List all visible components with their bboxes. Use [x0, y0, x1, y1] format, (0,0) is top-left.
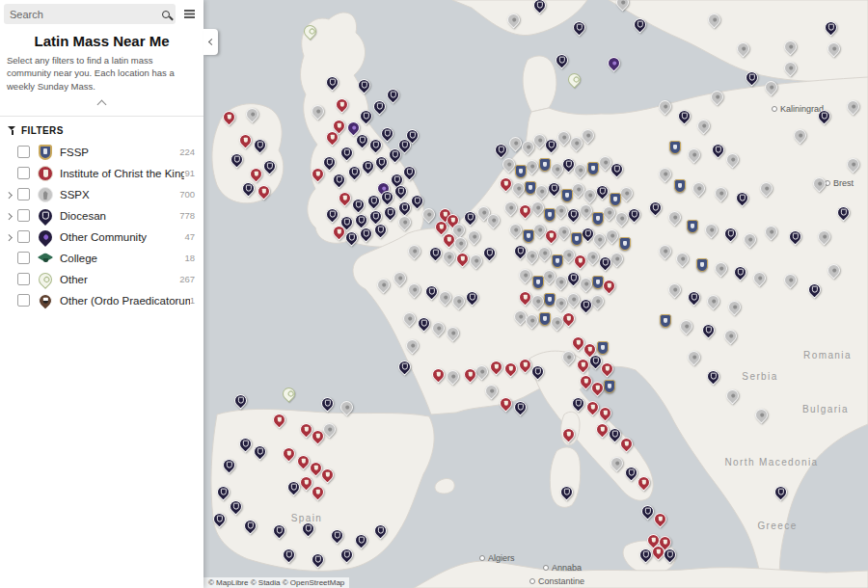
- sspx-map-pin[interactable]: [781, 38, 799, 55]
- filter-row-other-community[interactable]: Other Community 47: [0, 227, 203, 248]
- diocesan-map-pin[interactable]: [557, 483, 575, 500]
- icksp-map-pin[interactable]: [309, 165, 326, 182]
- filter-row-fssp[interactable]: FSSP 224: [0, 142, 203, 163]
- sspx-map-pin[interactable]: [734, 40, 751, 57]
- diocesan-map-pin[interactable]: [352, 531, 369, 548]
- sspx-map-pin[interactable]: [723, 387, 741, 404]
- diocesan-map-pin[interactable]: [704, 367, 721, 385]
- filter-row-institute-of-christ-the-king[interactable]: Institute of Christ the King 91: [0, 163, 203, 184]
- fssp-map-pin[interactable]: [687, 220, 698, 233]
- sspx-map-pin[interactable]: [374, 276, 392, 293]
- sspx-map-pin[interactable]: [791, 126, 808, 144]
- diocesan-map-pin[interactable]: [210, 510, 228, 527]
- diocesan-map-pin[interactable]: [463, 288, 480, 306]
- fssp-map-pin[interactable]: [592, 212, 604, 226]
- icksp-map-pin[interactable]: [255, 182, 272, 200]
- sspx-map-pin[interactable]: [844, 97, 861, 115]
- sspx-map-pin[interactable]: [656, 97, 673, 115]
- sspx-map-pin[interactable]: [702, 221, 719, 238]
- expand-chevron-icon[interactable]: [6, 213, 12, 219]
- diocesan-map-pin[interactable]: [805, 281, 823, 298]
- sspx-map-pin[interactable]: [516, 266, 533, 283]
- fssp-map-pin[interactable]: [669, 141, 681, 154]
- diocesan-map-pin[interactable]: [260, 157, 278, 174]
- sspx-map-pin[interactable]: [405, 242, 422, 259]
- sspx-map-pin[interactable]: [762, 223, 779, 240]
- icksp-map-pin[interactable]: [502, 360, 519, 377]
- icksp-map-pin[interactable]: [635, 473, 652, 491]
- sspx-map-pin[interactable]: [708, 88, 725, 105]
- fssp-map-pin[interactable]: [674, 179, 686, 193]
- diocesan-map-pin[interactable]: [511, 398, 529, 415]
- diocesan-map-pin[interactable]: [625, 205, 642, 223]
- diocesan-map-pin[interactable]: [370, 97, 388, 115]
- icksp-map-pin[interactable]: [333, 95, 350, 113]
- diocesan-map-pin[interactable]: [492, 141, 509, 158]
- diocesan-map-pin[interactable]: [270, 521, 287, 539]
- diocesan-map-pin[interactable]: [709, 141, 726, 158]
- sspx-map-pin[interactable]: [504, 11, 522, 28]
- sspx-map-pin[interactable]: [444, 324, 461, 341]
- sspx-map-pin[interactable]: [656, 242, 673, 259]
- diocesan-map-pin[interactable]: [415, 314, 432, 332]
- sspx-map-pin[interactable]: [685, 146, 702, 163]
- sspx-map-pin[interactable]: [694, 117, 712, 134]
- diocesan-map-pin[interactable]: [815, 107, 832, 124]
- diocesan-map-pin[interactable]: [381, 203, 398, 221]
- fssp-map-pin[interactable]: [571, 232, 583, 246]
- sspx-map-pin[interactable]: [815, 227, 832, 245]
- sspx-map-pin[interactable]: [677, 317, 694, 334]
- sspx-map-pin[interactable]: [673, 250, 691, 267]
- sspx-map-pin[interactable]: [506, 221, 524, 238]
- icksp-map-pin[interactable]: [559, 425, 577, 442]
- diocesan-map-pin[interactable]: [384, 86, 401, 103]
- filter-checkbox-fssp[interactable]: [17, 146, 30, 158]
- diocesan-map-pin[interactable]: [480, 244, 498, 261]
- sspx-map-pin[interactable]: [781, 271, 799, 288]
- diocesan-map-pin[interactable]: [231, 391, 249, 409]
- diocesan-map-pin[interactable]: [378, 124, 395, 142]
- sspx-map-pin[interactable]: [665, 208, 683, 226]
- filter-row-other[interactable]: Other 267: [0, 269, 203, 290]
- sspx-map-pin[interactable]: [721, 327, 739, 344]
- sspx-map-pin[interactable]: [400, 309, 418, 327]
- diocesan-map-pin[interactable]: [251, 442, 268, 460]
- diocesan-map-pin[interactable]: [355, 76, 372, 94]
- icksp-map-pin[interactable]: [497, 394, 514, 412]
- diocesan-map-pin[interactable]: [366, 136, 384, 153]
- fssp-map-pin[interactable]: [597, 341, 609, 355]
- diocesan-map-pin[interactable]: [349, 196, 366, 213]
- diocesan-map-pin[interactable]: [646, 199, 664, 216]
- diocesan-map-pin[interactable]: [320, 153, 338, 171]
- icksp-map-pin[interactable]: [270, 411, 287, 428]
- sspx-map-pin[interactable]: [712, 184, 729, 201]
- collapse-header-button[interactable]: [0, 93, 203, 113]
- sspx-map-pin[interactable]: [309, 102, 326, 120]
- sspx-map-pin[interactable]: [608, 454, 625, 471]
- sspx-map-pin[interactable]: [762, 78, 779, 95]
- filter-row-ordo-praedicatorum[interactable]: Other (Ordo Praedicatorum (... 1: [0, 290, 203, 311]
- icksp-map-pin[interactable]: [429, 365, 447, 383]
- list-view-button[interactable]: [178, 4, 200, 24]
- sspx-map-pin[interactable]: [535, 244, 553, 261]
- fssp-map-pin[interactable]: [604, 380, 615, 393]
- diocesan-map-pin[interactable]: [357, 107, 374, 124]
- fssp-map-pin[interactable]: [561, 189, 573, 202]
- diocesan-map-pin[interactable]: [786, 227, 803, 245]
- sspx-map-pin[interactable]: [391, 269, 408, 286]
- diocesan-map-pin[interactable]: [699, 321, 717, 338]
- filter-checkbox-college[interactable]: [17, 252, 30, 264]
- diocesan-map-pin[interactable]: [371, 521, 389, 539]
- sspx-map-pin[interactable]: [338, 398, 355, 415]
- diocesan-map-pin[interactable]: [338, 144, 355, 161]
- community-map-pin[interactable]: [605, 54, 622, 71]
- diocesan-map-pin[interactable]: [731, 263, 748, 281]
- diocesan-map-pin[interactable]: [280, 546, 297, 563]
- diocesan-map-pin[interactable]: [323, 205, 340, 223]
- diocesan-map-pin[interactable]: [675, 107, 692, 124]
- search-box[interactable]: [4, 4, 176, 24]
- diocesan-map-pin[interactable]: [328, 526, 345, 544]
- expand-chevron-icon[interactable]: [6, 192, 12, 198]
- sspx-map-pin[interactable]: [465, 227, 482, 245]
- sspx-map-pin[interactable]: [656, 165, 673, 182]
